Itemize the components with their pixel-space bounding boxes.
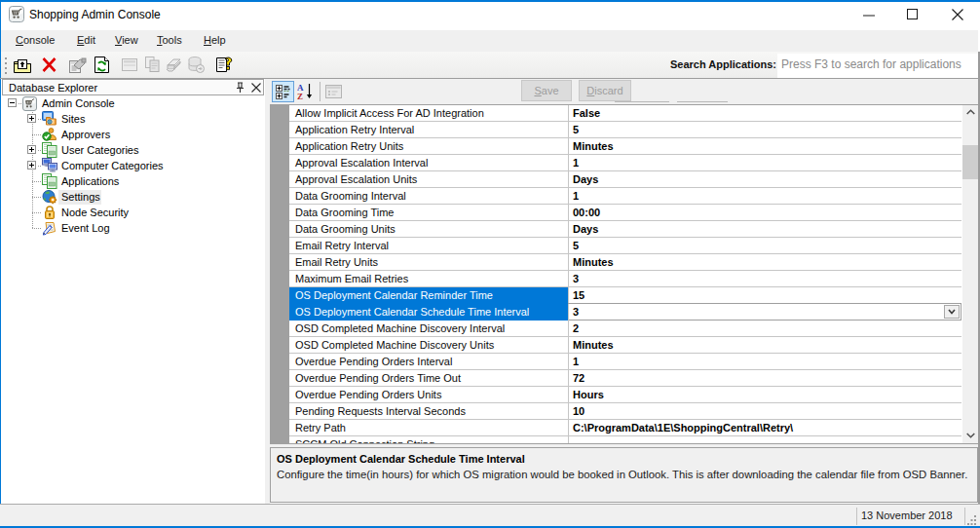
svg-text:Z: Z bbox=[297, 92, 303, 100]
